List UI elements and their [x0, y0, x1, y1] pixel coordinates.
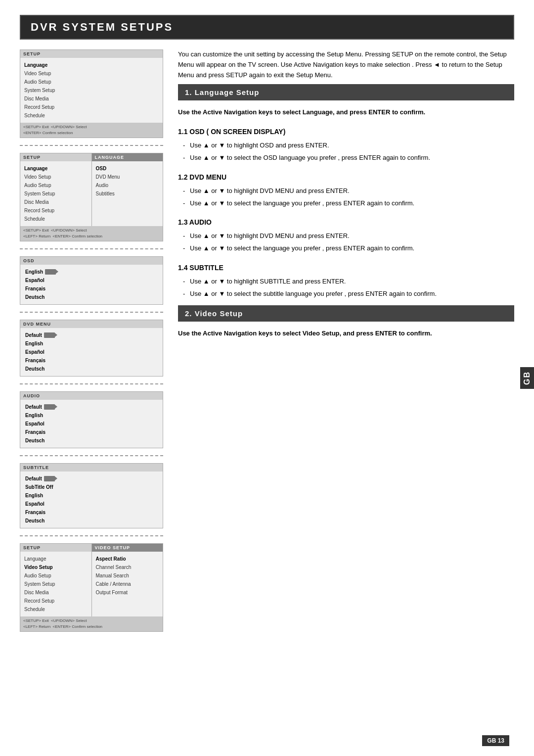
dvd-menu-box: DVD MENU Default English Español Françai… [20, 320, 163, 377]
menu-footer-2: <SETUP> Exit <UP/DOWN> Select <LEFT> Ret… [20, 226, 163, 241]
audio-item-espanol[interactable]: Español [25, 420, 158, 428]
video-setup-left-header: SETUP [20, 544, 91, 552]
audio-item-english[interactable]: English [25, 411, 158, 420]
subtitle-item-off[interactable]: SubTitle Off [25, 483, 158, 491]
page-footer: GB 13 [482, 735, 509, 746]
menu-item[interactable]: Schedule [24, 605, 88, 614]
dvd-item-english[interactable]: English [25, 339, 158, 348]
bullet-item: Use ▲ or ▼ to highlight OSD and press EN… [183, 141, 514, 151]
dvd-item-deutsch[interactable]: Deutsch [25, 365, 158, 373]
menu-item[interactable]: Output Format [96, 588, 159, 597]
menu-item[interactable]: Schedule [24, 215, 88, 223]
menu-item[interactable]: Audio Setup [24, 571, 88, 580]
menu-item[interactable]: Audio Setup [24, 78, 159, 86]
menu-item[interactable]: DVD Menu [96, 173, 159, 181]
page-title: DVR SYSTEM SETUPS [20, 15, 514, 40]
selected-indicator [45, 269, 56, 275]
setup-menu-1: SETUP Language Video Setup Audio Setup S… [20, 49, 163, 138]
menu-item[interactable]: Subtitles [96, 189, 159, 198]
setup-menu-1-header: SETUP [20, 50, 163, 58]
section-2-bold: Use the Active Navigation keys to select… [178, 329, 514, 339]
menu-item[interactable]: Schedule [24, 111, 159, 120]
audio-item-deutsch[interactable]: Deutsch [25, 436, 158, 445]
setup-menu-2: SETUP Language Video Setup Audio Setup S… [20, 153, 163, 241]
menu-item[interactable]: Video Setup [24, 69, 159, 78]
dvd-item-default[interactable]: Default [25, 331, 158, 339]
section-1-4-header: 1.4 SUBTITLE [178, 264, 514, 272]
osd-item-deutsch[interactable]: Deutsch [25, 293, 158, 301]
audio-item-default[interactable]: Default [25, 403, 158, 411]
menu-item[interactable]: Audio Setup [24, 181, 88, 189]
osd-item-espanol[interactable]: Español [25, 276, 158, 284]
selected-indicator [44, 332, 55, 338]
osd-menu-header: OSD [20, 257, 163, 265]
menu-item[interactable]: Language [24, 164, 88, 173]
menu-item[interactable]: Video Setup [24, 563, 88, 571]
bullet-item: Use ▲ or ▼ to select the subtitle langua… [183, 289, 514, 299]
menu-item[interactable]: System Setup [24, 580, 88, 588]
menu-item[interactable]: Record Setup [24, 103, 159, 111]
selected-indicator [44, 476, 55, 481]
video-setup-menu: SETUP Language Video Setup Audio Setup S… [20, 543, 163, 632]
bullet-item: Use ▲ or ▼ to select the language you pr… [183, 243, 514, 254]
bullet-item: Use ▲ or ▼ to select the OSD language yo… [183, 153, 514, 163]
subtitle-item-english[interactable]: English [25, 491, 158, 500]
menu-item[interactable]: Audio [96, 181, 159, 189]
menu-item[interactable]: Language [24, 555, 88, 563]
section-1-1-bullets: Use ▲ or ▼ to highlight OSD and press EN… [178, 141, 514, 163]
section-1-1-header: 1.1 OSD ( ON SCREEN DISPLAY) [178, 128, 514, 136]
menu-item[interactable]: Video Setup [24, 173, 88, 181]
section-1-3-header: 1.3 AUDIO [178, 218, 514, 226]
section-1-bold: Use the Active Navigation keys to select… [178, 107, 514, 118]
menu-item[interactable]: System Setup [24, 86, 159, 94]
section-1-2-header: 1.2 DVD MENU [178, 173, 514, 181]
subtitle-item-deutsch[interactable]: Deutsch [25, 517, 158, 525]
menu-item[interactable]: Record Setup [24, 597, 88, 605]
setup-menu-2-right-header: LANGUAGE [92, 153, 163, 161]
menu-item[interactable]: Aspect Ratio [96, 555, 159, 563]
video-setup-right-header: VIDEO SETUP [92, 544, 163, 552]
menu-item[interactable]: Language [24, 61, 159, 69]
dvd-menu-header: DVD MENU [20, 320, 163, 328]
dvd-item-espanol[interactable]: Español [25, 348, 158, 356]
audio-menu-header: AUDIO [20, 392, 163, 400]
section-1-header: 1. Language Setup [178, 84, 514, 100]
menu-item[interactable]: Manual Search [96, 571, 159, 580]
subtitle-item-francais[interactable]: Français [25, 508, 158, 517]
subtitle-item-espanol[interactable]: Español [25, 500, 158, 508]
osd-menu-box: OSD English Español Français Deutsch [20, 256, 163, 305]
menu-footer-1: <SETUP> Exit <UP/DOWN> Select <ENTER> Co… [20, 123, 163, 138]
menu-item[interactable]: System Setup [24, 189, 88, 198]
bullet-item: Use ▲ or ▼ to highlight DVD MENU and pre… [183, 231, 514, 241]
bullet-item: Use ▲ or ▼ to select the language you pr… [183, 198, 514, 209]
section-2-header: 2. Video Setup [178, 305, 514, 322]
subtitle-item-default[interactable]: Default [25, 474, 158, 483]
audio-menu-box: AUDIO Default English Español Français D… [20, 391, 163, 448]
menu-item[interactable]: Cable / Antenna [96, 580, 159, 588]
section-1-2-bullets: Use ▲ or ▼ to highlight DVD MENU and pre… [178, 186, 514, 209]
menu-item[interactable]: Disc Media [24, 198, 88, 206]
audio-item-francais[interactable]: Français [25, 428, 158, 436]
dvd-item-francais[interactable]: Français [25, 356, 158, 365]
osd-item-francais[interactable]: Français [25, 284, 158, 293]
bullet-item: Use ▲ or ▼ to highlight SUBTITLE and pre… [183, 277, 514, 287]
menu-footer-video: <SETUP> Exit <UP/DOWN> Select <LEFT> Ret… [20, 616, 163, 631]
section-1-4-bullets: Use ▲ or ▼ to highlight SUBTITLE and pre… [178, 277, 514, 299]
subtitle-menu-header: SUBTITLE [20, 464, 163, 472]
selected-indicator [44, 404, 55, 410]
setup-menu-2-left-header: SETUP [20, 153, 91, 161]
menu-item[interactable]: Disc Media [24, 94, 159, 103]
menu-item[interactable]: OSD [96, 164, 159, 173]
menu-item[interactable]: Record Setup [24, 206, 88, 215]
bullet-item: Use ▲ or ▼ to highlight DVD MENU and pre… [183, 186, 514, 196]
gb-tab: GB [520, 367, 534, 389]
menu-item[interactable]: Channel Search [96, 563, 159, 571]
intro-text: You can customize the unit setting by ac… [178, 49, 514, 80]
osd-item-english[interactable]: English [25, 268, 158, 276]
section-1-3-bullets: Use ▲ or ▼ to highlight DVD MENU and pre… [178, 231, 514, 254]
menu-item[interactable]: Disc Media [24, 588, 88, 597]
subtitle-menu-box: SUBTITLE Default SubTitle Off English Es… [20, 463, 163, 528]
